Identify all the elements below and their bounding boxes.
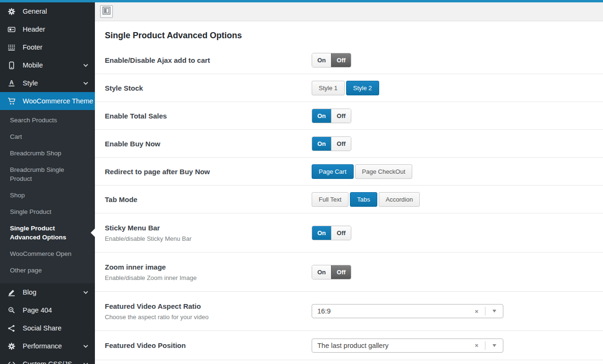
toggle-off-button[interactable]: Off	[331, 109, 351, 123]
sidebar-item-general[interactable]: General	[0, 2, 95, 20]
sidebar-subitem-breadcrumb-single-product[interactable]: Breadcrumb Single Product	[0, 161, 95, 187]
sidebar-subitem-woocommerce-open[interactable]: WooCommerce Open	[0, 245, 95, 262]
page-title: Single Product Advanced Options	[105, 31, 603, 41]
code-icon	[7, 359, 17, 364]
select-divider	[485, 341, 485, 350]
sidebar-subitem-single-product[interactable]: Single Product	[0, 203, 95, 220]
sidebar-item-footer[interactable]: Footer	[0, 38, 95, 56]
sidebar-item-label: Style	[23, 79, 82, 87]
toolbar	[95, 2, 603, 21]
accordion-button[interactable]: Accordion	[379, 192, 420, 207]
sidebar-item-label: WooCommerce Theme	[23, 97, 93, 105]
setting-description: Enable/disable Sticky Menu Bar	[105, 235, 302, 242]
setting-label: Enable Buy Now	[105, 140, 302, 148]
page-cart-button[interactable]: Page Cart	[312, 164, 354, 179]
sidebar-item-mobile[interactable]: Mobile	[0, 56, 95, 74]
video-position-select[interactable]: The last product gallery ×	[312, 339, 503, 353]
chevron-down-icon	[82, 80, 89, 87]
sidebar-item-label: Social Share	[23, 324, 89, 332]
sidebar-subitem-single-product-advanced-options[interactable]: Single Product Advanced Options	[0, 220, 95, 245]
sidebar-subitem-breadcrumb-shop[interactable]: Breadcrumb Shop	[0, 145, 95, 161]
footer-grid-icon	[7, 42, 17, 52]
sidebar-item-label: Performance	[23, 342, 82, 350]
setting-label: Tab Mode	[105, 195, 302, 203]
sidebar-item-style[interactable]: A Style	[0, 74, 95, 92]
chevron-down-icon	[82, 289, 89, 296]
layout-panel-toggle-button[interactable]	[100, 5, 113, 18]
chevron-down-icon	[82, 62, 89, 69]
sidebar-item-label: General	[23, 8, 89, 15]
setting-label: Zoom inner image	[105, 263, 302, 271]
toggle-off-button[interactable]: Off	[331, 265, 351, 279]
setting-label: Redirect to page after Buy Now	[105, 168, 302, 176]
sidebar-subitem-search-products[interactable]: Search Products	[0, 112, 95, 128]
setting-row-zoom-inner-image: Zoom inner image Enable/disable Zoom inn…	[95, 253, 603, 292]
sidebar-item-woocommerce-theme[interactable]: WooCommerce Theme	[0, 92, 95, 110]
sidebar-item-page-404[interactable]: Page 404	[0, 301, 95, 319]
toggle-on-button[interactable]: On	[312, 53, 331, 67]
tab-mode-button-group: Full Text Tabs Accordion	[312, 192, 420, 207]
style-2-button[interactable]: Style 2	[346, 81, 379, 95]
dropdown-arrow-icon[interactable]	[493, 310, 496, 313]
setting-row-buy-now: Enable Buy Now On Off	[95, 130, 603, 158]
full-text-button[interactable]: Full Text	[312, 192, 348, 207]
selected-value: The last product gallery	[317, 342, 468, 349]
theme-options-app: General Header	[0, 0, 603, 364]
setting-row-tab-mode: Tab Mode Full Text Tabs Accordion	[95, 186, 603, 213]
page-checkout-button[interactable]: Page CheckOut	[355, 164, 413, 179]
sidebar-item-label: Custom CSS/JS	[23, 360, 82, 364]
setting-description: Enable/disable Zoom inner Image	[105, 274, 302, 281]
setting-row-ajax-add-to-cart: Enable/Disable Ajax add to cart On Off	[95, 46, 603, 74]
sidebar-item-header[interactable]: Header	[0, 20, 95, 38]
setting-label: Enable Total Sales	[105, 112, 302, 120]
redirect-page-button-group: Page Cart Page CheckOut	[312, 164, 412, 179]
svg-text:A: A	[9, 79, 14, 85]
sidebar-item-label: Header	[23, 25, 89, 33]
aspect-ratio-select[interactable]: 16:9 ×	[312, 304, 503, 318]
typography-icon: A	[7, 78, 17, 88]
sidebar-item-custom-css-js[interactable]: Custom CSS/JS	[0, 355, 95, 364]
toggle-off-button[interactable]: Off	[331, 226, 351, 240]
sidebar-subitem-shop[interactable]: Shop	[0, 187, 95, 203]
clear-selection-icon[interactable]: ×	[468, 308, 485, 315]
sidebar-item-label: Mobile	[23, 61, 82, 69]
setting-row-total-sales: Enable Total Sales On Off	[95, 102, 603, 130]
setting-label: Sticky Menu Bar	[105, 224, 302, 232]
sidebar-item-blog[interactable]: Blog	[0, 283, 95, 301]
chevron-down-icon	[82, 361, 89, 364]
toggle-on-button[interactable]: On	[312, 265, 331, 279]
toggle-on-button[interactable]: On	[312, 137, 331, 151]
setting-row-style-stock: Style Stock Style 1 Style 2	[95, 74, 603, 102]
sidebar-subitem-cart[interactable]: Cart	[0, 128, 95, 145]
main-panel: Single Product Advanced Options Enable/D…	[95, 2, 603, 364]
setting-label: Style Stock	[105, 84, 302, 92]
style-stock-button-group: Style 1 Style 2	[312, 81, 379, 95]
sticky-menu-bar-toggle: On Off	[312, 226, 351, 240]
sidebar-item-social-share[interactable]: Social Share	[0, 319, 95, 337]
share-icon	[7, 323, 17, 333]
setting-row-sticky-menu-bar: Sticky Menu Bar Enable/disable Sticky Me…	[95, 213, 603, 253]
clear-selection-icon[interactable]: ×	[468, 342, 485, 349]
total-sales-toggle: On Off	[312, 109, 351, 123]
toggle-on-button[interactable]: On	[312, 226, 331, 240]
tabs-button[interactable]: Tabs	[350, 192, 377, 207]
style-1-button[interactable]: Style 1	[312, 81, 345, 95]
setting-description: Choose the aspect ratio for your video	[105, 313, 302, 321]
setting-row-redirect-after-buy-now: Redirect to page after Buy Now Page Cart…	[95, 158, 603, 186]
selected-value: 16:9	[317, 307, 468, 315]
cart-icon	[7, 96, 17, 106]
toggle-off-button[interactable]: Off	[331, 53, 351, 67]
header-layout-icon	[7, 25, 17, 34]
sidebar-item-label: Page 404	[23, 306, 89, 314]
setting-label: Featured Video Position	[105, 341, 302, 349]
select-divider	[485, 307, 485, 315]
toggle-on-button[interactable]: On	[312, 109, 331, 123]
dropdown-arrow-icon[interactable]	[493, 344, 496, 347]
smartphone-icon	[7, 60, 17, 70]
gear-icon	[7, 7, 17, 16]
sidebar-subitem-other-page[interactable]: Other page	[0, 262, 95, 279]
settings-content: Single Product Advanced Options Enable/D…	[95, 21, 603, 364]
sidebar-item-label: Blog	[23, 288, 82, 296]
toggle-off-button[interactable]: Off	[331, 137, 351, 151]
sidebar-item-performance[interactable]: Performance	[0, 337, 95, 355]
